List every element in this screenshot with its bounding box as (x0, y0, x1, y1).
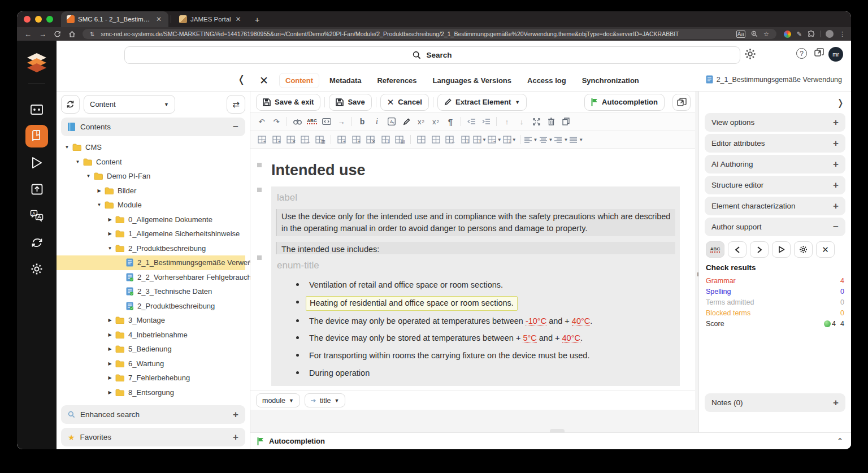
autocompletion-bar[interactable]: Autocompletion ⌃ (250, 432, 851, 449)
rail-settings-icon[interactable] (25, 258, 48, 280)
tree-item[interactable]: ▶0_Allgemeine Dokumente (57, 212, 245, 227)
bullet-item[interactable]: The device may only be operated at tempe… (296, 315, 680, 328)
tree-filter-select[interactable]: Content ▼ (84, 95, 175, 114)
table-grid-icon[interactable] (414, 133, 428, 146)
avatar[interactable]: mr (828, 47, 843, 62)
tree-item[interactable]: 2_Produktbeschreibung (57, 299, 245, 314)
bullet-item[interactable]: Heating of residential and office space … (296, 296, 680, 311)
tab-close-icon[interactable]: ✕ (155, 15, 163, 23)
tab-close-icon[interactable]: ✕ (235, 15, 242, 23)
source-code-icon[interactable] (320, 115, 333, 128)
bullet-item[interactable]: Ventilation of retail and office space o… (296, 279, 680, 292)
breadcrumb-title[interactable]: title▼ (305, 393, 345, 407)
browser-tab[interactable]: SMC 6.1 - 2_1_Bestimmungs✕ (61, 11, 168, 27)
site-info-icon[interactable]: ⇅ (90, 31, 94, 37)
new-tab-button[interactable]: + (255, 15, 260, 24)
chevron-collapsed-icon[interactable]: ▶ (106, 346, 114, 352)
chevron-collapsed-icon[interactable]: ▶ (106, 375, 114, 380)
expand-icon[interactable]: + (833, 138, 839, 149)
tree-item[interactable]: ▶3_Montage (57, 313, 245, 328)
editor-canvas[interactable]: Intended use label Use the device only f… (250, 153, 694, 390)
collapse-tree-chevron[interactable]: ❬ (237, 73, 245, 85)
delete-icon[interactable] (544, 115, 558, 128)
rail-book-icon[interactable] (25, 125, 48, 147)
drag-handle[interactable] (257, 188, 262, 192)
expand-search-icon[interactable]: + (233, 409, 238, 420)
bold-icon[interactable]: b (355, 115, 369, 128)
tree-item[interactable]: ▼2_Produktbeschreibung (57, 241, 245, 256)
tab-content[interactable]: Content (279, 73, 319, 88)
notes-header[interactable]: Notes (0) + (705, 393, 845, 412)
open-window-icon[interactable] (814, 48, 824, 57)
rail-play-icon[interactable] (25, 151, 48, 174)
favorites-header[interactable]: ★ Favorites + (61, 428, 245, 446)
col-split-icon[interactable]: ↔ (299, 133, 313, 146)
refresh-tree-button[interactable] (61, 95, 80, 114)
label-block[interactable]: label Use the device only for the intend… (271, 186, 680, 263)
gear-icon[interactable] (744, 48, 756, 60)
expand-icon[interactable]: + (833, 201, 839, 212)
tree-item[interactable]: ▶1_Allgemeine Sicherheitshinweise (57, 227, 245, 241)
tree-item[interactable]: ▶4_Inbetriebnahme (57, 328, 245, 342)
indent-icon[interactable] (479, 115, 493, 128)
undo-icon[interactable]: ↶ (255, 115, 268, 128)
outdent-icon[interactable] (465, 115, 478, 128)
tab-access-log[interactable]: Access log (522, 73, 572, 88)
browser-tab[interactable]: JAMES Portal✕ (173, 11, 248, 27)
chevron-expanded-icon[interactable]: ▼ (106, 246, 114, 251)
distribute-columns-icon[interactable]: ↔ (444, 133, 457, 146)
help-icon[interactable]: ? (796, 48, 807, 59)
address-bar[interactable]: ⇅ smc-red.ec-systems.de/SMC-MARKETING/#i… (83, 29, 776, 39)
row-insert-below-icon[interactable]: + (349, 133, 363, 146)
back-icon[interactable]: ← (24, 30, 32, 38)
col-insert-left-icon[interactable]: + (255, 133, 268, 146)
row-merge-icon[interactable]: ▤ (393, 133, 407, 146)
duplicate-icon[interactable] (559, 115, 572, 128)
expand-favorites-icon[interactable]: + (233, 432, 238, 443)
chevron-collapsed-icon[interactable]: ▶ (96, 188, 103, 193)
reload-icon[interactable] (54, 31, 61, 38)
chevron-expanded-icon[interactable]: ▼ (96, 202, 103, 207)
breadcrumb-module[interactable]: module▼ (256, 393, 300, 407)
row-insert-above-icon[interactable]: + (335, 133, 348, 146)
menu-icon[interactable]: ⋮ (839, 31, 845, 38)
collapse-contents-icon[interactable]: − (233, 121, 238, 133)
move-down-icon[interactable]: ↓ (515, 115, 528, 128)
content-title[interactable]: Intended use (271, 162, 366, 179)
chevron-collapsed-icon[interactable]: ▶ (106, 332, 114, 337)
bullet-item[interactable]: The device may only be stored at tempera… (296, 332, 680, 345)
chevron-collapsed-icon[interactable]: ▶ (106, 390, 114, 395)
bookmark-star-icon[interactable]: ☆ (763, 31, 769, 38)
section-structure-editor[interactable]: Structure editor+ (705, 176, 845, 194)
tree-item[interactable]: ▶6_Wartung (57, 357, 245, 371)
cell-align-top-icon[interactable]: ↑▼ (473, 133, 487, 146)
save-exit-button[interactable]: Save & exit (256, 94, 320, 111)
open-window-button[interactable] (672, 94, 691, 111)
tree-item[interactable]: ▼CMS (57, 140, 245, 155)
tree-item[interactable]: ▶8_Entsorgung (57, 385, 245, 400)
enhanced-search-header[interactable]: Enhanced search + (61, 405, 245, 424)
translate-icon[interactable]: Aa (736, 31, 745, 38)
rail-translate-chat-icon[interactable]: A (25, 205, 48, 227)
section-element-characterization[interactable]: Element characterization+ (705, 197, 845, 215)
row-delete-icon[interactable]: ✕ (364, 133, 377, 146)
paragraph-mark-icon[interactable]: ¶ (444, 115, 457, 128)
superscript-icon[interactable]: x2 (429, 115, 442, 128)
home-icon[interactable] (68, 31, 76, 38)
goto-arrow-icon[interactable]: → (335, 115, 348, 128)
tab-synchronization[interactable]: Synchronization (576, 73, 645, 88)
move-up-icon[interactable]: ↑ (500, 115, 514, 128)
global-search-input[interactable]: Search (124, 46, 740, 64)
extensions-icon[interactable] (808, 31, 815, 38)
close-window-button[interactable] (24, 16, 31, 23)
section-view-options[interactable]: View options+ (705, 113, 845, 132)
cancel-button[interactable]: ✕Cancel (380, 94, 429, 111)
spellcheck-icon[interactable]: ABC (305, 115, 319, 128)
resize-gripper[interactable] (550, 429, 565, 433)
rail-dashboard-icon[interactable] (25, 98, 48, 121)
section-author-support[interactable]: Author support− (705, 218, 845, 236)
align-left-icon[interactable]: ▼ (524, 133, 538, 146)
bullet-item[interactable]: For transporting within rooms the carryi… (296, 349, 680, 363)
collapse-right-panel-chevron[interactable]: ❭ (837, 97, 844, 108)
cell-align-middle-icon[interactable]: −▼ (488, 133, 502, 146)
